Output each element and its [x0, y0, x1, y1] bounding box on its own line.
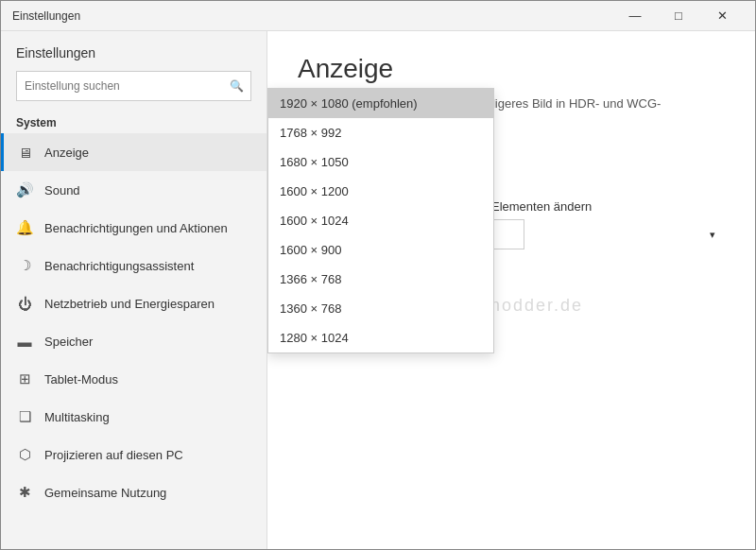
page-title: Anzeige [298, 54, 725, 84]
sidebar-item-label: Speicher [44, 335, 93, 349]
sidebar-item-label: Benachrichtigungsassistent [44, 259, 194, 273]
resolution-option-1[interactable]: 1768 × 992 [268, 118, 493, 147]
multitasking-icon: ❑ [16, 408, 33, 425]
title-bar: Einstellungen — □ ✕ [1, 1, 755, 31]
sound-icon: 🔊 [16, 181, 33, 198]
search-box: 🔍 [16, 71, 251, 101]
sidebar-item-projizieren[interactable]: ⬡ Projizieren auf diesen PC [1, 436, 266, 473]
sidebar-item-label: Tablet-Modus [44, 372, 118, 387]
resolution-option-0[interactable]: 1920 × 1080 (empfohlen) [268, 89, 493, 118]
close-button[interactable]: ✕ [700, 1, 744, 31]
sidebar-item-label: Anzeige [44, 146, 89, 160]
sidebar-item-anzeige[interactable]: 🖥 Anzeige [1, 133, 266, 171]
sidebar-item-energie[interactable]: ⏻ Netzbetrieb und Energiesparen [1, 284, 266, 322]
project-icon: ⬡ [16, 446, 33, 463]
sidebar-item-label: Multitasking [44, 410, 110, 424]
sidebar-item-speicher[interactable]: ▬ Speicher [1, 322, 266, 360]
sidebar: Einstellungen 🔍 System 🖥 Anzeige 🔊 Sound… [1, 31, 267, 549]
window-content: Einstellungen 🔍 System 🖥 Anzeige 🔊 Sound… [1, 31, 755, 549]
resolution-option-8[interactable]: 1280 × 1024 [268, 323, 493, 352]
resolution-option-2[interactable]: 1680 × 1050 [268, 147, 493, 177]
notification-icon: 🔔 [16, 219, 33, 236]
sidebar-item-benachrichtigungen[interactable]: 🔔 Benachrichtigungen und Aktionen [1, 209, 266, 247]
maximize-button[interactable]: □ [657, 1, 700, 31]
sidebar-item-sound[interactable]: 🔊 Sound [1, 171, 266, 209]
window-controls: — □ ✕ [613, 1, 744, 31]
sidebar-item-multitasking[interactable]: ❑ Multitasking [1, 398, 266, 436]
power-icon: ⏻ [16, 295, 33, 312]
sidebar-item-gemeinsam[interactable]: ✱ Gemeinsame Nutzung [1, 473, 266, 511]
sidebar-item-label: Benachrichtigungen und Aktionen [44, 221, 228, 235]
sharing-icon: ✱ [16, 484, 33, 501]
sidebar-item-tablet[interactable]: ⊞ Tablet-Modus [1, 360, 266, 398]
tablet-icon: ⊞ [16, 370, 33, 387]
minimize-button[interactable]: — [613, 1, 657, 31]
sidebar-item-label: Sound [44, 183, 80, 198]
window-title: Einstellungen [12, 9, 613, 23]
resolution-dropdown-popup: 1920 × 1080 (empfohlen) 1768 × 992 1680 … [267, 88, 494, 353]
resolution-option-5[interactable]: 1600 × 900 [268, 235, 493, 265]
sidebar-header: Einstellungen [1, 31, 266, 71]
settings-window: Einstellungen — □ ✕ Einstellungen 🔍 Syst… [0, 0, 756, 550]
search-input[interactable] [16, 71, 251, 101]
storage-icon: ▬ [16, 333, 33, 350]
display-icon: 🖥 [16, 144, 33, 161]
moon-icon: ☽ [16, 257, 33, 274]
sidebar-item-label: Netzbetrieb und Energiesparen [44, 297, 215, 311]
sidebar-item-label: Gemeinsame Nutzung [44, 486, 166, 500]
resolution-option-6[interactable]: 1366 × 768 [268, 265, 493, 294]
search-icon: 🔍 [230, 79, 244, 93]
sidebar-title: Einstellungen [16, 45, 95, 60]
sidebar-item-label: Projizieren auf diesen PC [44, 448, 183, 462]
sidebar-item-fokus[interactable]: ☽ Benachrichtigungsassistent [1, 247, 266, 284]
resolution-option-7[interactable]: 1360 × 768 [268, 294, 493, 323]
dropdown-arrow-icon: ▾ [710, 229, 715, 241]
resolution-option-3[interactable]: 1600 × 1200 [268, 177, 493, 206]
main-content: Anzeige Erhalten Sie ein helleres und le… [267, 31, 755, 549]
section-label: System [1, 109, 266, 133]
resolution-option-4[interactable]: 1600 × 1024 [268, 206, 493, 235]
